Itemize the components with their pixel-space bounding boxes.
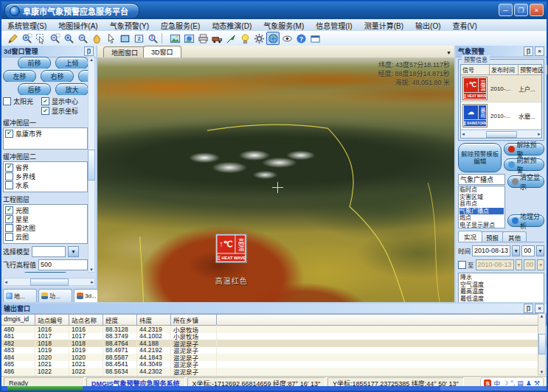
station-table[interactable]: dmgis_id站点编号站点名称经度纬度所在乡镇4801016101688.31… (1, 314, 547, 382)
mini-window-icon[interactable] (308, 32, 322, 45)
close-button[interactable]: × (530, 4, 544, 16)
left-panel-hscrollbar[interactable]: ◄► (3, 278, 95, 286)
element-item[interactable]: 最高温度 (460, 288, 542, 295)
restore-button[interactable]: ❐ (514, 4, 528, 16)
broadcast-item[interactable]: 县市点 (459, 200, 504, 208)
minimize-button[interactable]: ─ (499, 4, 513, 16)
heatwave-map-marker[interactable]: ↑℃高温红 HEAT WAVE (215, 234, 240, 257)
zoom-out-box-icon[interactable] (48, 32, 61, 45)
checkbox-icon[interactable] (3, 97, 11, 105)
checkbox-icon[interactable]: ✔ (5, 215, 13, 223)
col-站点编号[interactable]: 站点编号 (35, 314, 69, 326)
table-row[interactable]: 4821018101888.476444.188滋泥泉子 (1, 340, 547, 347)
element-item[interactable]: 最低温度 (460, 295, 542, 303)
checkbox-icon[interactable]: ✔ (41, 97, 49, 105)
nav-上倾-button[interactable]: 上倾 (55, 57, 88, 69)
checkbox-icon[interactable] (5, 224, 13, 232)
remove-warning-button[interactable]: 解除预警 (504, 143, 544, 155)
to-date-combo[interactable]: 2010-08-13 (476, 259, 514, 270)
window-refresh-icon[interactable]: 2 (132, 32, 145, 45)
station-table-header[interactable]: dmgis_id站点编号站点名称经度纬度所在乡镇 (1, 314, 547, 326)
weather-tab-1[interactable]: 预报 (480, 231, 504, 242)
checkbox-icon[interactable]: ✔ (5, 164, 13, 172)
globe-3d-icon[interactable] (266, 32, 280, 45)
broadcast-item[interactable]: 气象广播点 (459, 208, 504, 215)
col-站点名称[interactable]: 站点名称 (69, 314, 103, 326)
print-icon[interactable] (196, 32, 209, 45)
refresh-warning-button[interactable]: 刷新预警 (504, 158, 544, 171)
add-model-anim-button[interactable]: 添加模型动画 (21, 272, 69, 273)
table-row[interactable]: 4851021102188.454144.3049滋泥泉子 (1, 361, 547, 368)
zoom-in-icon[interactable] (62, 32, 75, 45)
project-layer-list[interactable]: ✔光圈✔星星雷达图云图 (3, 204, 88, 244)
col-dmgis_id[interactable]: dmgis_id (1, 314, 35, 326)
menu-item-2[interactable]: 气象预警(Y) (104, 19, 155, 31)
menu-item-8[interactable]: 输出(O) (409, 19, 446, 31)
measure-icon[interactable] (6, 32, 19, 45)
buffer1-list[interactable]: ✔阜康市界 (3, 127, 88, 150)
menu-item-6[interactable]: 信息管理(I) (310, 19, 358, 31)
select-features-icon[interactable] (34, 32, 47, 45)
map-tab-list-arrow[interactable]: ▼ (446, 50, 451, 55)
scene-image-icon[interactable] (182, 32, 195, 45)
menu-item-9[interactable]: 查看(V) (447, 19, 483, 31)
export-icon[interactable] (210, 32, 223, 45)
hour-combo[interactable]: 00 (521, 245, 534, 256)
identify-icon[interactable]: i (146, 32, 159, 45)
pin-icon[interactable]: 卩 (524, 46, 533, 56)
dock-tab-0[interactable]: 地... (3, 289, 37, 302)
nav-后移-button[interactable]: 后移 (18, 83, 51, 95)
menu-item-1[interactable]: 地图操作(A) (52, 19, 103, 31)
chevron-down-icon[interactable]: ▼ (536, 245, 544, 256)
nav-右旋-button[interactable]: 右旋 (78, 70, 88, 82)
map-image-icon[interactable] (168, 32, 181, 45)
warning-row[interactable]: ↑℃高温红 HEAT WAVE 2010-... 上户... (461, 75, 541, 102)
dock-tab-1[interactable]: 功... (38, 289, 72, 302)
weather-tab-2[interactable]: 其他 (502, 231, 527, 242)
left-panel-vscrollbar[interactable]: ▲▼ (88, 57, 95, 273)
broadcast-item[interactable]: 临时点 (459, 186, 504, 194)
output-vscrollbar[interactable]: ▲▼ (538, 313, 546, 375)
select-arrow-icon[interactable] (104, 32, 117, 45)
clear-display-button[interactable]: 清空显示 (507, 175, 544, 188)
col-纬度[interactable]: 纬度 (137, 314, 171, 326)
checkbox-icon[interactable] (5, 181, 13, 189)
table-row[interactable]: 4831019101988.497144.2192滋泥泉子 (1, 347, 547, 354)
checkbox-icon[interactable]: ✔ (5, 206, 13, 214)
table-row[interactable]: 4801016101688.312844.2319小泉牧场 (1, 326, 547, 333)
full-extent-icon[interactable] (118, 32, 131, 45)
broadcast-list[interactable]: 临时点灾害区域县市点气象广播点炮点电子显示屏点 (458, 186, 505, 228)
warning-table-hscrollbar[interactable]: ◄► (461, 130, 541, 138)
flight-elevation-input[interactable]: 500 (38, 259, 88, 270)
light-icon[interactable] (238, 32, 252, 45)
menu-item-7[interactable]: 测量计算(B) (358, 19, 409, 31)
menu-item-3[interactable]: 应急服务(E) (155, 19, 206, 31)
close-icon[interactable]: × (535, 304, 544, 313)
pin-icon[interactable]: 卩 (524, 304, 533, 313)
weather-tab-0[interactable]: 实况 (458, 231, 482, 242)
to-checkbox[interactable] (458, 261, 466, 269)
to-hour-combo[interactable]: 00 (524, 259, 535, 270)
pan-icon[interactable] (90, 32, 103, 45)
map-tab-1[interactable]: 3D窗口 (143, 46, 181, 57)
map-3d-viewport[interactable]: 纬度: 43度57分18.117秒 经度: 88度18分14.871秒 海拔: … (97, 57, 454, 302)
table-row[interactable]: 4841020102088.558744.1843滋泥泉子 (1, 354, 547, 361)
checkbox-icon[interactable]: ✔ (5, 130, 13, 138)
geo-analysis-button[interactable]: 地理分析 (507, 214, 544, 227)
warning-row[interactable]: ☁暴雨蓝 RAINSTORM 2010-... 水磨... (461, 102, 541, 130)
menu-item-4[interactable]: 动态推演(D) (206, 19, 257, 31)
checkbox-icon[interactable] (5, 172, 13, 181)
menu-item-5[interactable]: 气象服务(M) (257, 19, 310, 31)
element-item[interactable]: 降水 (460, 274, 542, 281)
nav-左移-button[interactable]: 左移 (3, 70, 36, 82)
element-item[interactable]: 空气温度 (460, 281, 542, 289)
col-经度[interactable]: 经度 (103, 314, 137, 326)
chevron-down-icon[interactable]: ▼ (512, 245, 520, 256)
table-row[interactable]: 4861022102288.563444.2302滋泥泉子 (1, 368, 547, 375)
checkbox-icon[interactable] (5, 233, 13, 241)
zoom-out-icon[interactable] (76, 32, 89, 45)
zoom-in-box-icon[interactable] (20, 32, 33, 45)
col-所在乡镇[interactable]: 所在乡镇 (171, 314, 217, 326)
menu-item-0[interactable]: 系统管理(S) (1, 19, 52, 31)
checkbox-icon[interactable]: ✔ (41, 107, 49, 115)
